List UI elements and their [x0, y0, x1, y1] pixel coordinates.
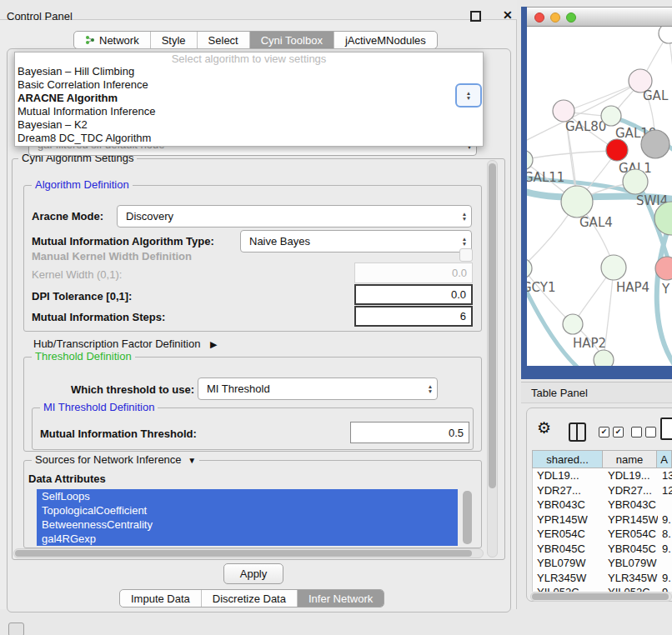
tab-jactivemnodules[interactable]: jActiveMNodules [333, 32, 437, 48]
table-cell: YBR043C [604, 498, 658, 512]
table-panel-title: Table Panel [531, 387, 588, 399]
tab-style[interactable]: Style [150, 32, 197, 48]
network-node-hap2[interactable] [563, 314, 583, 334]
dpi-tolerance-field[interactable]: 0.0 [354, 284, 473, 305]
network-node-swi4[interactable] [623, 169, 648, 194]
network-node-gal1[interactable] [606, 139, 628, 161]
table-cell: 13 [658, 468, 672, 483]
algorithm-option[interactable]: Bayesian – K2 [15, 118, 483, 132]
algorithm-option[interactable]: Mutual Information Inference [15, 105, 483, 118]
table-body[interactable]: YDL19...YDL19...13YDR27...YDR27...12YBR0… [532, 468, 672, 592]
table-row[interactable]: YPR145WYPR145W9. [533, 512, 672, 528]
mi-threshold-field[interactable]: 0.5 [350, 422, 469, 443]
mi-steps-field[interactable]: 6 [354, 306, 473, 327]
apply-button[interactable]: Apply [223, 563, 283, 584]
data-attribute-item-selected[interactable]: TopologicalCoefficient [37, 503, 458, 518]
data-attribute-item-selected[interactable]: gal4RGexp [37, 532, 458, 546]
table-row[interactable]: YER054CYER054C8. [533, 527, 672, 542]
algorithm-dropdown-list: Bayesian – Hill ClimbingBasic Correlatio… [15, 65, 483, 145]
network-node[interactable] [659, 27, 672, 43]
collapsed-panel-button[interactable] [8, 622, 24, 635]
float-window-icon[interactable] [470, 11, 481, 22]
tab-impute-data[interactable]: Impute Data [120, 590, 201, 607]
tab-select[interactable]: Select [197, 32, 249, 48]
sources-group-title[interactable]: Sources for Network Inference ▼ [32, 454, 199, 467]
apply-button-label: Apply [240, 568, 268, 580]
mi-steps-label: Mutual Information Steps: [32, 311, 165, 323]
kernel-width-field[interactable]: 0.0 [354, 262, 473, 283]
table-panel-titlebar: Table Panel [521, 382, 672, 403]
export-table-icon[interactable] [660, 418, 672, 440]
which-threshold-combo[interactable]: MI Threshold ▲▼ [198, 378, 438, 400]
network-node[interactable] [594, 350, 614, 366]
table-settings-gear-icon[interactable]: ⚙ [537, 419, 551, 438]
network-node-hap4[interactable] [601, 255, 626, 280]
table-cell: YPR145W [533, 512, 604, 528]
table-column-header[interactable]: name [603, 450, 657, 468]
table-row[interactable]: YBR045CYBR045C9. [533, 542, 672, 557]
algorithm-option[interactable]: Dream8 DC_TDC Algorithm [15, 132, 483, 145]
table-row[interactable]: YBL079WYBL079W [533, 556, 672, 571]
close-traffic-light-icon[interactable] [534, 12, 544, 22]
attribute-list-scrollbar[interactable] [463, 491, 472, 544]
table-row[interactable]: YIL052CYIL052C9 [533, 585, 672, 592]
data-attribute-item-selected[interactable]: BetweennessCentrality [37, 518, 458, 532]
settings-horizontal-scroll-thumb[interactable] [15, 550, 472, 557]
table-cell: 9. [658, 571, 672, 586]
table-column-header[interactable]: A [657, 450, 672, 468]
algorithm-dropdown-popup: Select algorithm to view settings Bayesi… [14, 52, 484, 147]
network-node-gal10[interactable] [601, 106, 621, 126]
aracne-mode-combo[interactable]: Discovery ▲▼ [117, 205, 472, 228]
mi-algorithm-type-combo[interactable]: Naive Bayes ▲▼ [240, 230, 472, 252]
table-row[interactable]: YDR27...YDR27...12 [533, 483, 672, 498]
table-row[interactable]: YBR043CYBR043C [533, 498, 672, 512]
control-panel-tab-bar: NetworkStyleSelectCyni ToolboxjActiveMNo… [73, 31, 438, 49]
combo-stepper-icon: ▲▼ [462, 91, 475, 100]
table-cell: YDR27... [604, 483, 658, 498]
table-cell: 9. [658, 512, 672, 528]
data-attribute-item-selected[interactable]: SelfLoops [37, 489, 458, 503]
close-panel-icon[interactable]: ✕ [503, 8, 513, 22]
network-canvas[interactable]: GALGAL80GAL10GAL1GAL11SWI4GAL4GCY1HAP4YH… [527, 27, 672, 366]
table-cell: YER054C [604, 527, 658, 542]
network-node[interactable] [641, 130, 669, 158]
network-icon [85, 35, 95, 45]
inference-algorithm-combo-stepper[interactable]: ▲▼ [455, 83, 482, 108]
table-row[interactable]: YLR345WYLR345W9. [533, 571, 672, 586]
hub-definition-expander[interactable]: Hub/Transcription Factor Definition ▶ [33, 338, 217, 350]
network-node-label: GAL80 [565, 119, 606, 134]
algorithm-option[interactable]: Basic Correlation Inference [15, 78, 483, 92]
table-cell: YBL079W [604, 556, 658, 571]
settings-vertical-scroll-thumb[interactable] [489, 163, 496, 488]
minimize-traffic-light-icon[interactable] [550, 12, 560, 22]
table-cell [658, 498, 672, 512]
tab-infer-network[interactable]: Infer Network [297, 590, 384, 607]
zoom-traffic-light-icon[interactable] [566, 12, 576, 22]
tab-cyni-toolbox[interactable]: Cyni Toolbox [249, 32, 333, 48]
table-horizontal-scroll-thumb[interactable] [532, 593, 669, 600]
algorithm-option[interactable]: ARACNE Algorithm [15, 92, 483, 105]
algorithm-option[interactable]: Bayesian – Hill Climbing [15, 65, 483, 78]
table-cell: YBR043C [533, 498, 604, 512]
network-window-titlebar[interactable] [527, 7, 672, 27]
table-cell: YER054C [533, 527, 604, 542]
select-all-columns-icon[interactable]: ✔ ✔ [599, 427, 624, 438]
table-column-header[interactable]: shared... [532, 450, 603, 468]
tab-discretize-data[interactable]: Discretize Data [201, 590, 297, 607]
manual-kernel-width-checkbox[interactable] [459, 248, 473, 262]
column-layout-icon[interactable] [569, 422, 586, 442]
unchecked-box-icon [645, 427, 656, 438]
table-row[interactable]: YDL19...YDL19...13 [533, 468, 672, 483]
data-attributes-list[interactable]: SelfLoopsTopologicalCoefficientBetweenne… [37, 489, 462, 548]
aracne-mode-label: Aracne Mode: [32, 210, 103, 222]
network-node-label: GAL [643, 88, 669, 103]
network-node-label: GCY1 [527, 280, 556, 295]
network-node-gcy1[interactable] [527, 258, 532, 278]
table-cell: YPR145W [604, 512, 658, 528]
network-node-gal4[interactable] [561, 186, 593, 218]
network-node-label: GAL4 [579, 215, 613, 230]
control-panel-titlebar [0, 0, 517, 20]
tab-network[interactable]: Network [74, 32, 150, 48]
checked-box-icon: ✔ [599, 427, 609, 438]
unselect-all-columns-icon[interactable] [631, 427, 656, 438]
